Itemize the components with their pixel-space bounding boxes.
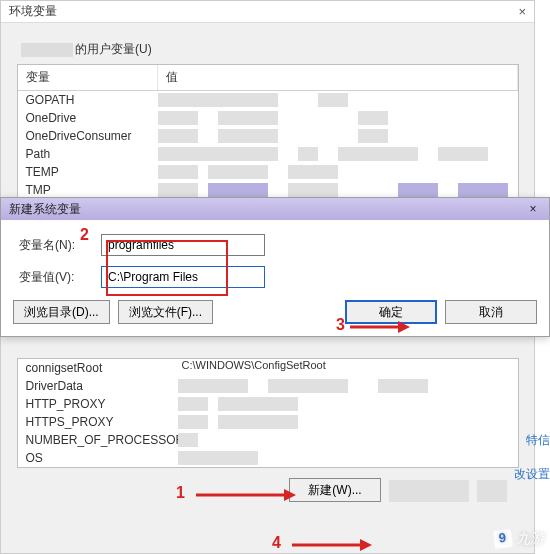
censored-username [21,43,73,57]
new-system-var-button[interactable]: 新建(W)... [289,478,381,502]
var-name-row: 变量名(N): [13,234,537,256]
watermark-text: 九游 [516,530,544,548]
watermark-logo-icon [493,529,513,549]
var-name-input[interactable] [101,234,265,256]
user-vars-table[interactable]: 变量 值 GOPATH OneDrive OneDriveConsumer Pa… [17,64,519,200]
ok-button[interactable]: 确定 [345,300,437,324]
cancel-button[interactable]: 取消 [445,300,537,324]
side-link-1[interactable]: 特信 [526,432,550,449]
table-row[interactable]: GOPATH [18,91,518,109]
table-row[interactable]: connigsetRootC:\WINDOWS\ConfigSetRoot [18,359,518,377]
var-value-input[interactable] [101,266,265,288]
watermark: 九游 [494,530,544,548]
table-row[interactable]: NUMBER_OF_PROCESSORS [18,431,518,449]
table-row[interactable]: OneDrive [18,109,518,127]
dialog-button-row: 浏览目录(D)... 浏览文件(F)... 确定 取消 [13,300,537,324]
new-sysvar-dialog: 新建系统变量 × 变量名(N): 变量值(V): 浏览目录(D)... 浏览文件… [0,197,550,337]
env-vars-title: 环境变量 [9,3,57,20]
close-icon[interactable]: × [518,4,526,19]
system-vars-table[interactable]: connigsetRootC:\WINDOWS\ConfigSetRoot Dr… [17,358,519,468]
col-value[interactable]: 值 [158,65,518,90]
var-value-row: 变量值(V): [13,266,537,288]
user-vars-label: 的用户变量(U) [21,41,522,58]
table-row[interactable]: OS [18,449,518,467]
table-row[interactable]: HTTPS_PROXY [18,413,518,431]
browse-dir-button[interactable]: 浏览目录(D)... [13,300,110,324]
side-link-2[interactable]: 改设置 [514,466,550,483]
col-variable[interactable]: 变量 [18,65,158,90]
table-row[interactable]: OneDriveConsumer [18,127,518,145]
dialog-title: 新建系统变量 [9,201,81,218]
table-header: 变量 值 [18,65,518,91]
table-row[interactable]: Path [18,145,518,163]
system-vars-buttons: 新建(W)... [12,468,523,502]
system-vars-area: connigsetRootC:\WINDOWS\ConfigSetRoot Dr… [12,358,523,502]
table-row[interactable]: TEMP [18,163,518,181]
var-name-label: 变量名(N): [13,237,101,254]
env-vars-content: 的用户变量(U) 变量 值 GOPATH OneDrive OneDriveCo… [1,23,534,214]
dialog-body: 变量名(N): 变量值(V): 浏览目录(D)... 浏览文件(F)... 确定… [1,220,549,336]
env-vars-titlebar: 环境变量 × [1,1,534,23]
var-value-label: 变量值(V): [13,269,101,286]
table-row[interactable]: DriverData [18,377,518,395]
dialog-titlebar: 新建系统变量 × [1,198,549,220]
dialog-close-icon[interactable]: × [523,200,543,218]
table-row[interactable]: HTTP_PROXY [18,395,518,413]
browse-file-button[interactable]: 浏览文件(F)... [118,300,213,324]
